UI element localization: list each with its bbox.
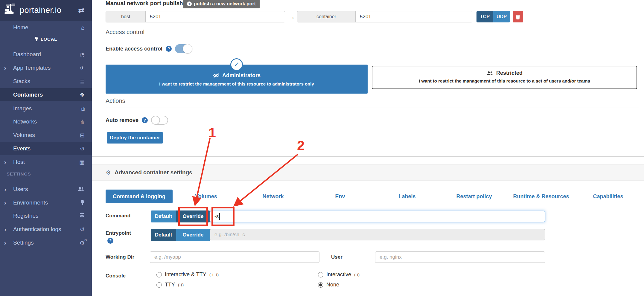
user-input[interactable] bbox=[375, 251, 545, 263]
hdd-icon: ⊟ bbox=[80, 132, 85, 138]
sidebar-section-settings: SETTINGS bbox=[0, 169, 92, 178]
help-icon[interactable]: ? bbox=[166, 46, 172, 52]
tcp-button[interactable]: TCP bbox=[476, 11, 493, 22]
portainer-app: portainer.io ⇄ Home ⌂ LOCAL Dashboard ◔ … bbox=[0, 0, 644, 296]
sidebar-item-app-templates[interactable]: › App Templates ✈ bbox=[0, 61, 92, 74]
chevron-right-icon: › bbox=[4, 159, 6, 166]
console-label: Console bbox=[106, 273, 126, 279]
entrypoint-mode-group: Default Override bbox=[151, 229, 210, 241]
protocol-toggle-group: TCP UDP bbox=[476, 11, 510, 22]
users-icon bbox=[77, 186, 85, 193]
user-label: User bbox=[331, 254, 342, 260]
enable-access-control-toggle[interactable] bbox=[175, 44, 192, 53]
panel-divider bbox=[92, 156, 644, 157]
tab-network[interactable]: Network bbox=[240, 190, 307, 203]
tab-volumes[interactable]: Volumes bbox=[173, 190, 240, 203]
dashboard-gauge-icon: ◔ bbox=[80, 51, 85, 58]
tab-restart-policy[interactable]: Restart policy bbox=[441, 190, 508, 203]
sidebar-item-networks[interactable]: Networks ⋔ bbox=[0, 115, 92, 128]
sidebar-item-settings[interactable]: › Settings ⚙⚙ bbox=[0, 236, 92, 249]
working-dir-input[interactable] bbox=[150, 251, 319, 263]
sidebar-item-home[interactable]: Home ⌂ bbox=[0, 21, 92, 34]
tab-capabilities[interactable]: Capabilities bbox=[575, 190, 642, 203]
sidebar-item-label: Dashboard bbox=[13, 51, 41, 58]
layers-icon: ⧉ bbox=[80, 105, 85, 112]
sidebar-item-host[interactable]: › Host ▦ bbox=[0, 155, 92, 169]
tab-runtime-resources[interactable]: Runtime & Resources bbox=[508, 190, 575, 203]
cubes-icon: ❖ bbox=[80, 91, 85, 98]
entrypoint-override-button[interactable]: Override bbox=[176, 229, 210, 241]
portainer-logo-icon bbox=[4, 4, 18, 17]
deploy-container-button[interactable]: Deploy the container bbox=[107, 132, 163, 144]
plus-circle-icon: + bbox=[187, 1, 192, 6]
radio-selected-icon bbox=[318, 282, 323, 288]
tab-command-logging[interactable]: Command & logging bbox=[106, 190, 173, 203]
endpoint-switch-icon[interactable]: ⇄ bbox=[78, 6, 85, 15]
console-option-interactive[interactable]: Interactive (-i) bbox=[318, 271, 360, 278]
grid-icon: ▦ bbox=[79, 159, 85, 165]
sidebar-item-images[interactable]: Images ⧉ bbox=[0, 102, 92, 115]
radio-icon bbox=[156, 282, 162, 288]
trash-icon bbox=[516, 14, 520, 19]
host-port-addon: host bbox=[106, 11, 146, 22]
remove-port-button[interactable] bbox=[513, 11, 523, 22]
udp-button[interactable]: UDP bbox=[493, 11, 510, 22]
plug-icon bbox=[35, 37, 39, 41]
working-dir-label: Working Dir bbox=[106, 254, 134, 260]
auto-remove-toggle[interactable] bbox=[151, 116, 168, 125]
sidebar-item-stacks[interactable]: Stacks ≣ bbox=[0, 75, 92, 88]
ownership-restricted-option[interactable]: Restricted I want to restrict the manage… bbox=[372, 66, 637, 89]
sidebar-item-label: Images bbox=[13, 105, 32, 112]
sidebar-item-users[interactable]: › Users bbox=[0, 183, 92, 196]
sidebar-item-containers[interactable]: Containers ❖ bbox=[0, 88, 92, 101]
actions-header: Actions bbox=[106, 97, 639, 108]
sidebar-item-registries[interactable]: Registries bbox=[0, 209, 92, 222]
sidebar-item-label: Environments bbox=[13, 199, 48, 206]
container-port-input[interactable] bbox=[356, 11, 472, 22]
sidebar-item-label: Home bbox=[13, 24, 28, 31]
console-option-none[interactable]: None bbox=[318, 282, 339, 288]
sidebar-item-authentication-logs[interactable]: › Authentication logs ↺ bbox=[0, 223, 92, 236]
radio-icon bbox=[318, 272, 323, 277]
chevron-right-icon: › bbox=[4, 65, 6, 71]
console-option-interactive-tty[interactable]: Interactive & TTY (-i -t) bbox=[156, 271, 219, 278]
section-label: SETTINGS bbox=[7, 171, 31, 176]
sidebar-item-label: Events bbox=[13, 145, 31, 152]
advanced-settings-header: ⚙ Advanced container settings bbox=[92, 164, 644, 181]
help-icon[interactable]: ? bbox=[107, 238, 113, 244]
tab-labels[interactable]: Labels bbox=[374, 190, 441, 203]
command-input[interactable]: -s bbox=[210, 211, 545, 222]
history-icon: ↺ bbox=[80, 226, 85, 233]
entrypoint-default-button[interactable]: Default bbox=[151, 229, 176, 241]
host-port-input[interactable] bbox=[146, 11, 285, 22]
enable-access-control-label: Enable access control bbox=[106, 46, 162, 52]
cogs-icon: ⚙⚙ bbox=[80, 239, 85, 246]
port-map-arrow-icon: → bbox=[286, 11, 298, 22]
radio-icon bbox=[156, 272, 162, 277]
help-icon[interactable]: ? bbox=[142, 117, 148, 123]
option-label: Interactive bbox=[326, 271, 351, 278]
port-publishing-title: Manual network port publishing bbox=[106, 0, 191, 7]
restricted-title: Restricted bbox=[496, 70, 523, 76]
sidebar-item-dashboard[interactable]: Dashboard ◔ bbox=[0, 48, 92, 61]
command-default-button[interactable]: Default bbox=[151, 210, 176, 222]
sidebar-item-volumes[interactable]: Volumes ⊟ bbox=[0, 129, 92, 142]
sidebar: portainer.io ⇄ Home ⌂ LOCAL Dashboard ◔ … bbox=[0, 0, 92, 296]
database-icon bbox=[79, 213, 85, 219]
sidebar-item-environments[interactable]: › Environments bbox=[0, 196, 92, 209]
chevron-right-icon: › bbox=[4, 239, 6, 246]
container-port-group: container bbox=[297, 11, 472, 22]
chevron-right-icon: › bbox=[4, 226, 6, 233]
sidebar-item-label: App Templates bbox=[13, 65, 51, 71]
access-control-header: Access control bbox=[106, 29, 639, 39]
console-option-tty[interactable]: TTY (-t) bbox=[156, 282, 184, 288]
entrypoint-input[interactable] bbox=[210, 229, 545, 240]
command-override-button[interactable]: Override bbox=[176, 210, 210, 222]
sidebar-logo[interactable]: portainer.io ⇄ bbox=[0, 0, 92, 21]
tab-env[interactable]: Env bbox=[307, 190, 374, 203]
sidebar-item-events[interactable]: Events ↺ bbox=[0, 142, 92, 155]
publish-port-button[interactable]: + publish a new network port bbox=[183, 0, 260, 8]
ownership-administrators-option[interactable]: ✓ Administrators I want to restrict the … bbox=[106, 65, 368, 94]
port-mapping-row: host → container TCP UDP bbox=[92, 11, 644, 22]
plug-icon bbox=[80, 199, 85, 206]
